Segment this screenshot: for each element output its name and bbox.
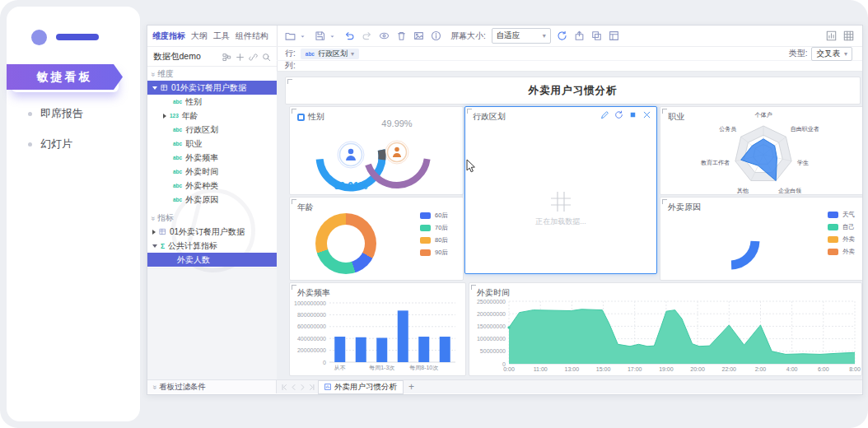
table-icon — [159, 228, 166, 235]
legend-item[interactable]: 天气 — [828, 211, 855, 219]
widget-dashboard-title[interactable]: 外卖用户习惯分析 — [285, 77, 861, 105]
sidebar-item-slides[interactable]: 幻灯片 — [28, 137, 72, 151]
dimension-field-外卖原因[interactable]: abc外卖原因 — [147, 193, 277, 207]
redo-icon[interactable] — [362, 30, 372, 41]
widget-reason[interactable]: 外卖原因 天气自己外卖外卖 — [660, 197, 862, 281]
row-field-pill[interactable]: abc 行政区划 ▾ — [301, 49, 359, 59]
caret-down-icon[interactable] — [302, 30, 308, 41]
measure-row-01外卖订餐用户数据[interactable]: 01外卖订餐用户数据 — [147, 225, 277, 239]
tree-root-dataset[interactable]: 01外卖订餐用户数据 — [147, 81, 277, 95]
copy-icon[interactable] — [591, 30, 602, 41]
legend-item[interactable]: 90后 — [420, 249, 448, 257]
caret-down-icon[interactable] — [332, 30, 338, 41]
grid-view-icon[interactable] — [843, 30, 854, 41]
measure-label: 01外卖订餐用户数据 — [170, 226, 245, 238]
undo-icon[interactable] — [344, 30, 355, 41]
dimension-field-年龄[interactable]: 123年龄 — [147, 109, 277, 123]
widget-age[interactable]: 年龄 60后70后80后90后 — [289, 197, 464, 281]
dimension-field-外卖种类[interactable]: abc外卖种类 — [147, 179, 277, 193]
refresh-icon[interactable] — [614, 110, 623, 119]
delete-icon[interactable] — [396, 30, 407, 41]
legend-item[interactable]: 60后 — [420, 212, 448, 220]
dimension-field-职业[interactable]: abc职业 — [147, 137, 277, 151]
legend-label: 80后 — [435, 236, 448, 244]
svg-text:每周8-10次: 每周8-10次 — [409, 365, 438, 371]
dimension-field-外卖频率[interactable]: abc外卖频率 — [147, 151, 277, 165]
sheet-tab-active[interactable]: 外卖用户习惯分析 — [318, 380, 404, 394]
chart-type-select[interactable]: 交叉表 ▾ — [811, 47, 852, 61]
template-icon[interactable] — [609, 30, 619, 41]
measure-label: 外卖人数 — [177, 254, 210, 266]
caret-right-icon[interactable] — [163, 114, 166, 119]
legend-item[interactable]: 外卖 — [828, 235, 855, 244]
stop-icon[interactable] — [628, 110, 637, 119]
abc-field-icon: abc — [306, 51, 315, 57]
dimension-field-行政区划[interactable]: abc行政区划 — [147, 123, 277, 137]
panel-tab-组件结构[interactable]: 组件结构 — [236, 30, 268, 42]
plus-icon[interactable] — [236, 52, 245, 61]
legend-item[interactable]: 自己 — [828, 223, 855, 231]
folder-add-icon[interactable] — [285, 30, 296, 41]
widget-title: 外卖时间 — [477, 287, 510, 299]
sidebar-item-dashboard[interactable]: 敏捷看板 — [7, 64, 123, 90]
district-chart: 正在加载数据... — [465, 107, 656, 273]
measure-row-公共计算指标[interactable]: Σ公共计算指标 — [147, 239, 277, 253]
dimension-field-外卖时间[interactable]: abc外卖时间 — [147, 165, 277, 179]
search-icon[interactable] — [262, 52, 271, 61]
dimension-field-性别[interactable]: abc性别 — [147, 95, 277, 109]
caret-right-icon[interactable] — [152, 230, 156, 235]
legend-swatch — [420, 237, 431, 244]
widget-district[interactable]: 行政区划 正在加载数据... — [464, 106, 657, 274]
pencil-icon[interactable] — [600, 110, 609, 119]
caret-down-icon[interactable] — [152, 244, 157, 248]
legend-item[interactable]: 外卖 — [828, 248, 855, 256]
first-icon[interactable] — [281, 384, 288, 391]
panel-tab-工具[interactable]: 工具 — [213, 30, 230, 42]
widget-gender[interactable]: 性别 50.01%49.99% — [289, 106, 464, 195]
panel-tab-维度指标[interactable]: 维度指标 — [152, 30, 185, 42]
svg-text:每周1-3次: 每周1-3次 — [369, 365, 394, 371]
widget-frequency[interactable]: 外卖频率 02000000004000000006000000008000000… — [289, 282, 466, 376]
filter-bar[interactable]: » 看板过滤条件 — [147, 380, 277, 393]
abc-field-icon: abc — [173, 99, 182, 105]
screen-size-label: 屏幕大小: — [450, 30, 486, 42]
add-sheet-button[interactable]: + — [408, 382, 414, 392]
package-name[interactable]: 数据包demo — [153, 51, 201, 63]
flow-icon[interactable] — [222, 52, 231, 61]
screen-size-select[interactable]: 自适应 ▾ — [492, 28, 551, 44]
svg-text:0: 0 — [323, 360, 326, 365]
sidebar-item-adhoc-report[interactable]: 即席报告 — [28, 106, 83, 121]
legend-label: 自己 — [842, 223, 855, 231]
chevron-double-icon: » — [149, 72, 157, 75]
last-icon[interactable] — [308, 384, 315, 391]
chart-view-icon[interactable] — [826, 30, 837, 41]
toolbar-left-icons — [285, 30, 441, 41]
export-icon[interactable] — [574, 30, 585, 41]
abc-field-icon: abc — [173, 155, 182, 160]
info-icon[interactable] — [431, 30, 441, 41]
save-icon[interactable] — [315, 30, 325, 41]
link-icon[interactable] — [249, 52, 258, 61]
field-label: 外卖频率 — [185, 152, 218, 164]
widget-occupation[interactable]: 职业 个体户自由职业者学生企业白领其他教育工作者公务员 — [660, 106, 862, 195]
svg-text:8:00: 8:00 — [849, 366, 861, 372]
svg-text:400000000: 400000000 — [297, 336, 326, 342]
panel-tab-大纲[interactable]: 大纲 — [191, 30, 208, 42]
next-icon[interactable] — [299, 384, 306, 391]
widget-time[interactable]: 外卖时间 05000000010000000015000000020000000… — [469, 282, 862, 376]
image-icon[interactable] — [413, 30, 424, 41]
legend-item[interactable]: 80后 — [420, 236, 448, 244]
caret-down-icon — [152, 86, 157, 90]
legend-item[interactable]: 70后 — [420, 224, 448, 232]
dimension-section-header[interactable]: » 维度 — [147, 67, 277, 81]
field-label: 年龄 — [182, 110, 198, 122]
close-icon[interactable] — [642, 110, 651, 119]
measure-row-外卖人数[interactable]: 外卖人数 — [147, 253, 277, 267]
refresh-icon[interactable] — [557, 30, 567, 41]
preview-icon[interactable] — [379, 30, 390, 41]
svg-text:50.01%: 50.01% — [334, 180, 368, 192]
caret-down-icon: ▾ — [543, 32, 546, 40]
chart-kpi-icon — [297, 114, 305, 121]
legend-swatch — [828, 212, 838, 218]
prev-icon[interactable] — [290, 384, 297, 391]
